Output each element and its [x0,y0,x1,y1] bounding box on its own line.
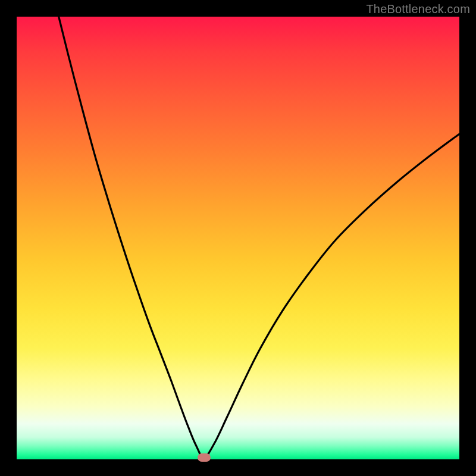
curve-svg [17,17,459,459]
watermark-text: TheBottleneck.com [366,2,470,16]
min-marker [198,453,211,462]
bottleneck-curve [59,17,459,458]
plot-area [17,17,459,459]
chart-frame: TheBottleneck.com [0,0,476,476]
